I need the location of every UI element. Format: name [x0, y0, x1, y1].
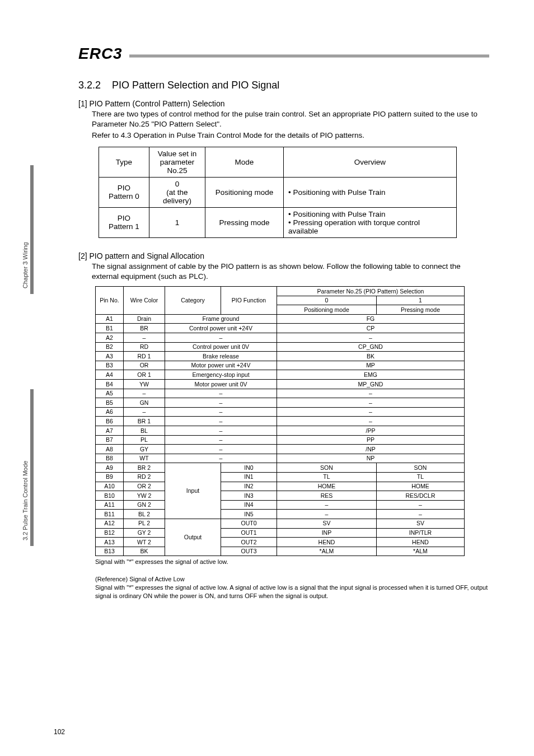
cell-signal-pos: INP [277, 528, 377, 538]
table-header: PIO Function [221, 287, 277, 315]
cell-signal-press: SV [376, 519, 464, 528]
cell-pin: A3 [96, 352, 124, 361]
cell-pin: A5 [96, 389, 124, 398]
cell-pin: B3 [96, 361, 124, 370]
cell-function: IN1 [221, 472, 277, 482]
cell-pin: A6 [96, 407, 124, 417]
cell-pin: A2 [96, 333, 124, 343]
cell-signal-pos: – [277, 510, 377, 519]
table-row: B1BRControl power unit +24VCP [96, 324, 465, 333]
side-tab-marker [30, 389, 34, 546]
cell-signal-press: TL [376, 472, 464, 482]
side-tab-container: Chapter 3 Wiring 3.2 Pulse Train Control… [0, 0, 31, 756]
cell-category: Output [165, 519, 221, 556]
reference-title: (Reference) Signal of Active Low [95, 575, 489, 584]
cell-signal: MP_GND [277, 380, 465, 389]
cell-signal-pos: HEND [277, 538, 377, 547]
cell-wire: GN 2 [124, 500, 165, 510]
cell-signal: MP [277, 361, 465, 370]
cell-wire: BL [124, 426, 165, 436]
cell-wire: YW 2 [124, 491, 165, 501]
cell-wire: RD 2 [124, 472, 165, 482]
cell-category: – [165, 407, 277, 417]
cell-function: IN2 [221, 482, 277, 491]
cell-category: – [165, 398, 277, 408]
cell-pin: A10 [96, 482, 124, 491]
table-header: Pin No. [96, 287, 124, 315]
cell-pin: B9 [96, 472, 124, 482]
table-row: B4YWMotor power unit 0VMP_GND [96, 380, 465, 389]
table-row: A8GY–/NP [96, 445, 465, 454]
table-footnote: Signal with "*" expresses the signal of … [95, 558, 489, 565]
cell-pin: B1 [96, 324, 124, 333]
cell-wire: PL [124, 435, 165, 445]
side-tab-marker [30, 165, 34, 294]
cell-pin: B10 [96, 491, 124, 501]
cell-function: IN4 [221, 500, 277, 510]
cell-wire: RD 1 [124, 352, 165, 361]
reference-block: (Reference) Signal of Active Low Signal … [95, 575, 489, 600]
section-number: 3.2.2 [78, 80, 101, 91]
side-tab-section: 3.2 Pulse Train Control Mode [20, 389, 30, 546]
signal-allocation-table: Pin No. Wire Color Category PIO Function… [95, 286, 465, 556]
table-row: B11BL 2IN5–– [96, 510, 465, 519]
cell-pin: A9 [96, 463, 124, 473]
cell-wire: GY 2 [124, 528, 165, 538]
cell-function: OUT3 [221, 547, 277, 556]
table-header: 1 [376, 296, 464, 305]
cell-category: – [165, 445, 277, 454]
cell-signal-press: HEND [376, 538, 464, 547]
cell-pin: B13 [96, 547, 124, 556]
table-header: Category [165, 287, 221, 315]
table-row: A12PL 2OutputOUT0SVSV [96, 519, 465, 528]
cell-pin: A12 [96, 519, 124, 528]
cell-function: IN0 [221, 463, 277, 473]
cell-signal: /PP [277, 426, 465, 436]
table-row: A7BL–/PP [96, 426, 465, 436]
table-cell: Positioning mode [205, 177, 284, 207]
cell-signal-press: RES/DCLR [376, 491, 464, 501]
cell-category: – [165, 426, 277, 436]
cell-signal-pos: RES [277, 491, 377, 501]
cell-wire: GN [124, 398, 165, 408]
table-cell: PIO Pattern 0 [99, 177, 149, 207]
header-row: ERC3 [78, 45, 489, 63]
product-logo: ERC3 [78, 45, 123, 63]
cell-signal-press: SON [376, 463, 464, 473]
cell-wire: YW [124, 380, 165, 389]
side-tab-chapter: Chapter 3 Wiring [20, 165, 30, 294]
table-row: A10OR 2IN2HOMEHOME [96, 482, 465, 491]
cell-signal: PP [277, 435, 465, 445]
pio-pattern-table: Type Value set in parameter No.25 Mode O… [99, 147, 457, 238]
cell-category: Motor power unit 0V [165, 380, 277, 389]
cell-category: – [165, 454, 277, 463]
cell-category: – [165, 435, 277, 445]
section-title: PIO Pattern Selection and PIO Signal [112, 80, 279, 91]
cell-pin: A8 [96, 445, 124, 454]
subsection-2-heading: [2] PIO pattern and Signal Allocation [78, 251, 489, 260]
table-row: B9RD 2IN1TLTL [96, 472, 465, 482]
table-header: 0 [277, 296, 377, 305]
table-row: B7PL–PP [96, 435, 465, 445]
cell-signal: BK [277, 352, 465, 361]
cell-pin: A1 [96, 314, 124, 324]
cell-category: Emergency-stop input [165, 370, 277, 380]
cell-pin: B11 [96, 510, 124, 519]
cell-category: – [165, 417, 277, 426]
cell-wire: BR 2 [124, 463, 165, 473]
table-row: B10YW 2IN3RESRES/DCLR [96, 491, 465, 501]
cell-wire: WT 2 [124, 538, 165, 547]
cell-pin: B6 [96, 417, 124, 426]
cell-function: IN3 [221, 491, 277, 501]
table-row: A2––– [96, 333, 465, 343]
table-row: A1DrainFrame groundFG [96, 314, 465, 324]
cell-wire: BR 1 [124, 417, 165, 426]
cell-signal-press: INP/TLR [376, 528, 464, 538]
table-header: Type [99, 147, 149, 177]
table-row: B6BR 1–– [96, 417, 465, 426]
cell-signal-press: *ALM [376, 547, 464, 556]
table-cell: • Positioning with Pulse Train [284, 177, 457, 207]
cell-wire: WT [124, 454, 165, 463]
table-cell: 0 (at the delivery) [149, 177, 205, 207]
table-row: A13WT 2OUT2HENDHEND [96, 538, 465, 547]
